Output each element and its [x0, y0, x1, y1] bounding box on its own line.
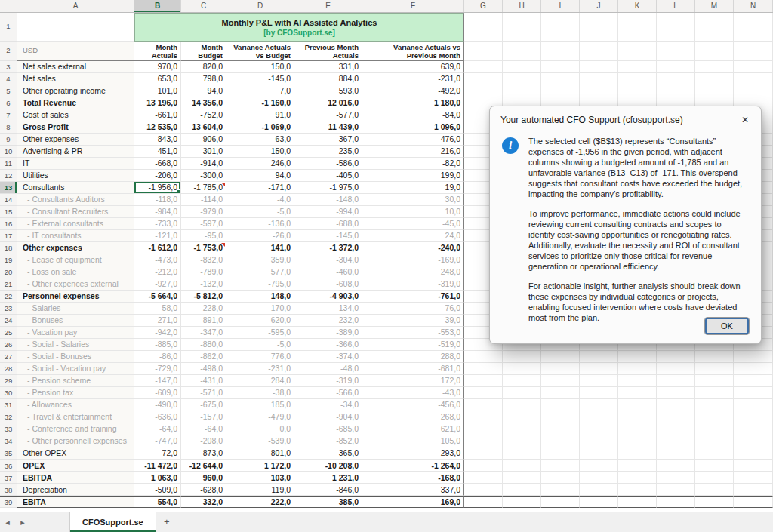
- cell-D25[interactable]: -595,0: [226, 327, 294, 339]
- cell-I37[interactable]: [541, 472, 580, 484]
- cell-C12[interactable]: -300,0: [181, 170, 226, 182]
- column-header-C[interactable]: C: [181, 0, 226, 12]
- cell-E22[interactable]: -4 903,0: [294, 291, 362, 303]
- cell-F25[interactable]: -553,0: [362, 327, 464, 339]
- cell-I33[interactable]: [541, 423, 580, 435]
- cell-B36[interactable]: -11 472,0: [134, 460, 181, 472]
- cell-H37[interactable]: [503, 472, 541, 484]
- cell-I29[interactable]: [541, 375, 580, 387]
- row-header-16[interactable]: 16: [0, 218, 17, 230]
- cell-B32[interactable]: -636,0: [134, 411, 181, 423]
- cell-E15[interactable]: -994,0: [294, 206, 362, 218]
- cell-F26[interactable]: -519,0: [362, 339, 464, 351]
- cell-C35[interactable]: -873,0: [181, 447, 226, 460]
- cell-I36[interactable]: [541, 460, 580, 472]
- cell-D7[interactable]: 91,0: [226, 109, 294, 121]
- row-label-31[interactable]: - Allowances: [17, 399, 134, 411]
- cell-J29[interactable]: [580, 375, 618, 387]
- cell-B5[interactable]: 101,0: [134, 85, 181, 97]
- cell-F22[interactable]: -761,0: [362, 291, 464, 303]
- cell-L38[interactable]: [657, 484, 695, 496]
- cell-C4[interactable]: 798,0: [181, 73, 226, 85]
- cell-H5[interactable]: [503, 85, 541, 97]
- cell-D28[interactable]: -231,0: [226, 363, 294, 375]
- cell-F24[interactable]: -39,0: [362, 315, 464, 327]
- cell-B14[interactable]: -118,0: [134, 194, 181, 206]
- cell-N34[interactable]: [734, 435, 773, 447]
- cell-I27[interactable]: [541, 351, 580, 363]
- cell-M30[interactable]: [695, 387, 734, 399]
- cell-E4[interactable]: 884,0: [294, 73, 362, 85]
- row-label-19[interactable]: - Lease of equipment: [17, 254, 134, 266]
- cell-C34[interactable]: -208,0: [181, 435, 226, 447]
- cell-E37[interactable]: 1 231,0: [294, 472, 362, 484]
- row-header-19[interactable]: 19: [0, 254, 17, 266]
- row-header-28[interactable]: 28: [0, 363, 17, 375]
- cell-E24[interactable]: -232,0: [294, 315, 362, 327]
- row-label-35[interactable]: Other OPEX: [17, 447, 134, 460]
- cell-L33[interactable]: [657, 423, 695, 435]
- cell-H33[interactable]: [503, 423, 541, 435]
- cell-H39[interactable]: [503, 496, 541, 508]
- sheet-tab-cfosupport[interactable]: CFOSupport.se: [69, 512, 156, 532]
- cell-M4[interactable]: [695, 73, 734, 85]
- cell-F17[interactable]: 24,0: [362, 230, 464, 242]
- cell-I28[interactable]: [541, 363, 580, 375]
- row-header-21[interactable]: 21: [0, 278, 17, 291]
- cell-F39[interactable]: 169,0: [362, 496, 464, 508]
- sheet-nav-right-icon[interactable]: ▸: [15, 512, 30, 532]
- cell-C24[interactable]: -891,0: [181, 315, 226, 327]
- cell-B29[interactable]: -147,0: [134, 375, 181, 387]
- cell-G4[interactable]: [464, 73, 503, 85]
- cell-N1[interactable]: [734, 13, 773, 42]
- cell-E21[interactable]: -608,0: [294, 278, 362, 291]
- cell-B34[interactable]: -747,0: [134, 435, 181, 447]
- cell-B21[interactable]: -927,0: [134, 278, 181, 291]
- cell-M38[interactable]: [695, 484, 734, 496]
- cell-F4[interactable]: -231,0: [362, 73, 464, 85]
- row-header-8[interactable]: 8: [0, 121, 17, 134]
- cell-B31[interactable]: -490,0: [134, 399, 181, 411]
- row-header-9[interactable]: 9: [0, 134, 17, 146]
- cell-E13[interactable]: -1 975,0: [294, 182, 362, 194]
- cell-G34[interactable]: [464, 435, 503, 447]
- cell-H31[interactable]: [503, 399, 541, 411]
- cell-F21[interactable]: -319,0: [362, 278, 464, 291]
- cell-M37[interactable]: [695, 472, 734, 484]
- cell-M39[interactable]: [695, 496, 734, 508]
- cell-B25[interactable]: -942,0: [134, 327, 181, 339]
- cell-E20[interactable]: -460,0: [294, 266, 362, 278]
- cell-F19[interactable]: -169,0: [362, 254, 464, 266]
- cell-K33[interactable]: [618, 423, 657, 435]
- cell-K35[interactable]: [618, 447, 657, 460]
- row-header-35[interactable]: 35: [0, 447, 17, 460]
- cell-I31[interactable]: [541, 399, 580, 411]
- cell-I39[interactable]: [541, 496, 580, 508]
- cell-C29[interactable]: -431,0: [181, 375, 226, 387]
- row-label-14[interactable]: - Consultants Auditors: [17, 194, 134, 206]
- cell-M35[interactable]: [695, 447, 734, 460]
- row-label-24[interactable]: - Bonuses: [17, 315, 134, 327]
- row-header-30[interactable]: 30: [0, 387, 17, 399]
- row-label-17[interactable]: - IT consultants: [17, 230, 134, 242]
- cell-M27[interactable]: [695, 351, 734, 363]
- row-header-17[interactable]: 17: [0, 230, 17, 242]
- cell-D21[interactable]: -795,0: [226, 278, 294, 291]
- cell-E16[interactable]: -688,0: [294, 218, 362, 230]
- cell-B37[interactable]: 1 063,0: [134, 472, 181, 484]
- row-header-18[interactable]: 18: [0, 242, 17, 254]
- column-header-D[interactable]: D: [226, 0, 294, 12]
- cell-B35[interactable]: -72,0: [134, 447, 181, 460]
- cell-B28[interactable]: -729,0: [134, 363, 181, 375]
- cell-A1[interactable]: [17, 13, 134, 42]
- cell-M31[interactable]: [695, 399, 734, 411]
- cell-D16[interactable]: -136,0: [226, 218, 294, 230]
- cell-D33[interactable]: 0,0: [226, 423, 294, 435]
- row-header-26[interactable]: 26: [0, 339, 17, 351]
- cell-E30[interactable]: -566,0: [294, 387, 362, 399]
- cell-D38[interactable]: 119,0: [226, 484, 294, 496]
- cell-K5[interactable]: [618, 85, 657, 97]
- cell-L28[interactable]: [657, 363, 695, 375]
- cell-D34[interactable]: -539,0: [226, 435, 294, 447]
- row-header-15[interactable]: 15: [0, 206, 17, 218]
